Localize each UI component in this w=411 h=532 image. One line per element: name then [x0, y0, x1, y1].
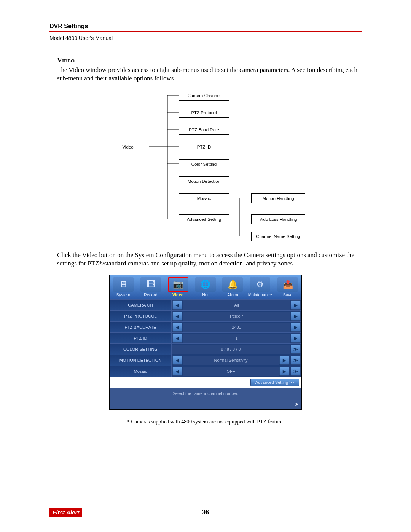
tab-alarm[interactable]: 🔔Alarm	[219, 275, 246, 299]
footnote: * Cameras supplied with 4800 system are …	[49, 419, 362, 425]
tab-label: System	[110, 292, 137, 297]
prev-arrow-button[interactable]: ◀	[172, 334, 182, 343]
row-value: OFF	[183, 367, 279, 376]
row-label: PTZ BAUDRATE	[110, 322, 172, 332]
settings-row: Mosaic◀OFF▶≫	[110, 366, 301, 377]
row-value-area: ◀1▶	[172, 333, 301, 343]
tab-label: Alarm	[219, 292, 246, 297]
row-value-area: ◀All▶	[172, 300, 301, 310]
maintenance-icon: ⚙	[250, 277, 270, 292]
video-icon: 📷	[168, 277, 188, 292]
system-icon: 🖥	[113, 277, 134, 292]
row-value-area: 8 / 8 / 8 / 8≫	[172, 344, 301, 355]
diagram-child-4: Color Setting	[179, 159, 229, 169]
diagram-child-7: Advanced Setting	[179, 214, 229, 224]
row-label: Mosaic	[110, 366, 172, 377]
row-label: PTZ PROTOCOL	[110, 311, 172, 321]
row-value-area: ◀Normal Sensitivity▶≫	[172, 355, 301, 366]
next-arrow-button[interactable]: ▶	[291, 323, 301, 332]
header-rule	[49, 31, 362, 32]
diagram-adv-0: Motion Handling	[251, 193, 305, 203]
diagram-child-5: Motion Detection	[179, 176, 229, 186]
settings-row: PTZ PROTOCOL◀PelcoP▶	[110, 310, 301, 321]
video-submenu-diagram: Video Camera Channel PTZ Protocol PTZ Ba…	[99, 89, 312, 242]
next-arrow-button[interactable]: ▶	[291, 300, 301, 310]
page-number: 36	[202, 508, 209, 516]
row-label: PTZ ID	[110, 333, 172, 343]
diagram-adv-2: Channel Name Setting	[251, 232, 305, 241]
diagram-child-0: Camera Channel	[179, 91, 229, 101]
tab-save[interactable]: 📤Save	[274, 275, 301, 299]
paragraph-1: The Video window provides access to eigh…	[57, 66, 362, 83]
hint-bar: Select the camera channel number. ➤	[110, 388, 301, 409]
tab-system[interactable]: 🖥System	[110, 275, 137, 299]
row-label: MOTION DETECTION	[110, 355, 172, 366]
tab-maintenance[interactable]: ⚙Maintenance	[246, 275, 274, 299]
more-button[interactable]: ≫	[291, 367, 301, 376]
settings-row: COLOR SETTING8 / 8 / 8 / 8≫	[110, 343, 301, 355]
first-alert-logo: First Alert	[49, 508, 82, 517]
tab-net[interactable]: 🌐Net	[192, 275, 219, 299]
row-value: PelcoP	[183, 312, 290, 321]
diagram-root: Video	[107, 142, 149, 152]
record-icon: 🎞	[140, 277, 161, 292]
page-subtitle: Model 4800 User's Manual	[49, 35, 362, 41]
next-arrow-button[interactable]: ▶	[279, 367, 289, 376]
prev-arrow-button[interactable]: ◀	[172, 312, 182, 321]
advanced-setting-button[interactable]: Advanced Setting >>	[250, 379, 299, 386]
row-value: All	[183, 300, 290, 310]
next-arrow-button[interactable]: ▶	[279, 356, 289, 365]
row-value: 2400	[183, 323, 290, 332]
paragraph-2: Click the Video button on the System Con…	[57, 251, 362, 268]
diagram-child-2: PTZ Baud Rate	[179, 125, 229, 135]
diagram-adv-1: Vido Loss Handling	[251, 214, 305, 224]
row-value: 8 / 8 / 8 / 8	[172, 345, 290, 354]
diagram-child-6: Mosaic	[179, 193, 229, 203]
save-icon: 📤	[277, 277, 298, 292]
alarm-icon: 🔔	[222, 277, 243, 292]
more-button[interactable]: ≫	[291, 356, 301, 365]
tab-record[interactable]: 🎞Record	[137, 275, 164, 299]
cursor-icon: ➤	[295, 401, 299, 407]
more-button[interactable]: ≫	[291, 345, 301, 354]
row-value: Normal Sensitivity	[183, 356, 279, 365]
tab-label: Save	[274, 292, 301, 297]
prev-arrow-button[interactable]: ◀	[172, 367, 182, 376]
row-label: COLOR SETTING	[110, 344, 172, 355]
dvr-video-settings-screenshot: 🖥System🎞Record📷Video🌐Net🔔Alarm⚙Maintenan…	[109, 275, 302, 410]
section-heading-video: Video	[57, 56, 362, 64]
tab-label: Net	[192, 292, 219, 297]
prev-arrow-button[interactable]: ◀	[172, 323, 182, 332]
diagram-child-1: PTZ Protocol	[179, 108, 229, 118]
settings-row: PTZ BAUDRATE◀2400▶	[110, 321, 301, 332]
net-icon: 🌐	[195, 277, 216, 292]
row-value-area: ◀PelcoP▶	[172, 311, 301, 321]
advanced-setting-row: Advanced Setting >>	[110, 377, 301, 388]
row-label: CAMERA CH	[110, 300, 172, 310]
hint-text: Select the camera channel number.	[172, 391, 238, 396]
settings-row: PTZ ID◀1▶	[110, 332, 301, 343]
page-header-title: DVR Settings	[49, 23, 362, 30]
tab-video[interactable]: 📷Video	[164, 275, 192, 299]
settings-row: CAMERA CH◀All▶	[110, 299, 301, 310]
row-value-area: ◀2400▶	[172, 322, 301, 332]
next-arrow-button[interactable]: ▶	[291, 334, 301, 343]
row-value-area: ◀OFF▶≫	[172, 366, 301, 377]
row-value: 1	[183, 334, 290, 343]
tab-label: Maintenance	[246, 292, 274, 297]
prev-arrow-button[interactable]: ◀	[172, 300, 182, 310]
next-arrow-button[interactable]: ▶	[291, 312, 301, 321]
tab-label: Record	[137, 292, 164, 297]
tab-label: Video	[164, 292, 192, 297]
diagram-child-3: PTZ ID	[179, 142, 229, 152]
prev-arrow-button[interactable]: ◀	[172, 356, 182, 365]
settings-row: MOTION DETECTION◀Normal Sensitivity▶≫	[110, 355, 301, 366]
